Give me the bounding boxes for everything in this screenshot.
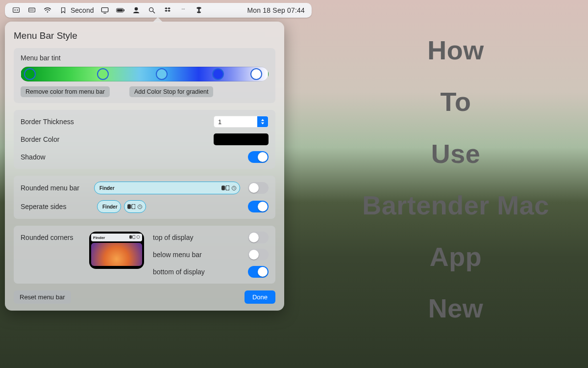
overlay-line-2: To	[333, 76, 578, 128]
border-color-well[interactable]	[214, 133, 269, 145]
app-icon-1[interactable]	[12, 6, 21, 15]
wifi-icon[interactable]	[43, 6, 52, 15]
overlay-line-3: Use	[333, 128, 578, 180]
battery-icon[interactable]	[116, 6, 125, 15]
svg-line-16	[153, 11, 155, 13]
window-title: Menu Bar Style	[14, 30, 275, 41]
tint-label: Menu bar tint	[21, 54, 269, 62]
overlay-title: How To Use Bartender Mac App New	[333, 25, 578, 335]
svg-point-17	[182, 9, 182, 9]
below-menubar-label: below menu bar	[153, 251, 241, 259]
top-of-display-toggle[interactable]	[248, 232, 269, 243]
svg-rect-29	[129, 235, 132, 238]
gradient-stop-2[interactable]	[97, 68, 109, 80]
svg-rect-13	[124, 9, 125, 11]
stepper-arrows-icon[interactable]	[257, 116, 268, 127]
bottom-of-display-label: bottom of display	[153, 268, 241, 276]
search-icon[interactable]	[147, 6, 156, 15]
border-thickness-label: Border Thickness	[21, 118, 214, 126]
svg-rect-24	[226, 185, 229, 190]
clock-icon	[231, 185, 237, 191]
corners-panel: Rounded corners Finder top of display be…	[14, 226, 275, 284]
below-menubar-toggle[interactable]	[248, 249, 269, 261]
shadow-label: Shadow	[21, 153, 248, 161]
svg-rect-30	[132, 235, 135, 238]
svg-rect-12	[117, 9, 123, 11]
svg-point-18	[183, 9, 184, 9]
separate-preview: Finder	[94, 200, 240, 213]
add-color-stop-button[interactable]: Add Color Stop for gradient	[129, 86, 213, 97]
top-of-display-label: top of display	[153, 234, 241, 241]
svg-rect-9	[102, 8, 108, 12]
display-preview: Finder	[89, 232, 144, 269]
control-center-icon	[129, 235, 135, 239]
svg-rect-27	[131, 204, 135, 209]
separate-sides-label: Seperate sides	[21, 203, 89, 210]
overlay-line-5: App	[333, 231, 578, 283]
svg-rect-0	[13, 8, 20, 12]
control-center-icon	[127, 204, 135, 209]
svg-rect-21	[198, 9, 200, 12]
rounded-preview: Finder	[94, 182, 240, 194]
more-icon[interactable]	[179, 6, 188, 15]
overlay-line-6: New	[333, 283, 578, 334]
reset-menubar-button[interactable]: Reset menu bar	[14, 290, 71, 304]
overlay-line-1: How	[333, 25, 578, 76]
preview-finder-label-3: Finder	[93, 236, 105, 240]
menubar-datetime[interactable]: Mon 18 Sep 07:44	[247, 6, 305, 14]
display-icon[interactable]	[100, 6, 109, 15]
border-thickness-value: 1	[214, 118, 257, 126]
bottom-of-display-toggle[interactable]	[248, 266, 269, 278]
menubar: Second Mon 18 Sep 07:44	[5, 3, 312, 18]
svg-point-2	[17, 9, 18, 10]
clock-icon	[137, 204, 143, 210]
gradient-bar[interactable]	[21, 67, 269, 81]
rounded-corners-label: Rounded corners	[21, 232, 89, 241]
done-button[interactable]: Done	[245, 290, 275, 304]
preview-finder-label: Finder	[99, 185, 115, 191]
dropbox-icon[interactable]	[163, 6, 172, 15]
shadow-toggle[interactable]	[248, 151, 269, 163]
settings-window: Menu Bar Style Menu bar tint Remove colo…	[5, 22, 284, 311]
user-icon[interactable]	[132, 6, 141, 15]
overlay-line-4: Bartender Mac	[333, 180, 578, 231]
svg-point-14	[135, 7, 138, 11]
preview-finder-label-2: Finder	[102, 204, 118, 210]
popover-arrow	[153, 17, 163, 22]
remove-color-button[interactable]: Remove color from menu bar	[21, 86, 110, 97]
svg-point-15	[149, 8, 153, 12]
rounded-menubar-toggle[interactable]	[248, 182, 269, 194]
svg-point-1	[15, 9, 16, 10]
svg-point-22	[197, 11, 201, 13]
bookmark-label[interactable]: Second	[71, 6, 94, 14]
svg-point-19	[184, 9, 185, 9]
bartender-icon[interactable]	[195, 6, 203, 15]
gradient-stop-4[interactable]	[212, 68, 224, 80]
border-color-label: Border Color	[21, 135, 214, 143]
border-thickness-stepper[interactable]: 1	[214, 116, 269, 128]
tint-panel: Menu bar tint Remove color from menu bar…	[14, 48, 275, 103]
svg-point-31	[137, 236, 140, 238]
gradient-stop-3[interactable]	[156, 68, 168, 80]
gradient-stop-1[interactable]	[24, 68, 36, 80]
shape-panel: Rounded menu bar Finder Seperate sides	[14, 176, 275, 219]
window-footer: Reset menu bar Done	[14, 290, 275, 304]
keyboard-icon[interactable]	[27, 6, 36, 15]
svg-rect-26	[127, 204, 131, 209]
clock-icon	[136, 235, 140, 239]
border-panel: Border Thickness 1 Border Color Shadow	[14, 110, 275, 169]
svg-rect-23	[221, 185, 225, 190]
separate-sides-toggle[interactable]	[248, 201, 269, 212]
gradient-stop-5[interactable]	[250, 68, 262, 80]
svg-point-8	[47, 11, 48, 12]
control-center-icon	[221, 185, 229, 190]
rounded-menubar-label: Rounded menu bar	[21, 184, 89, 192]
bookmark-icon[interactable]	[59, 6, 68, 15]
